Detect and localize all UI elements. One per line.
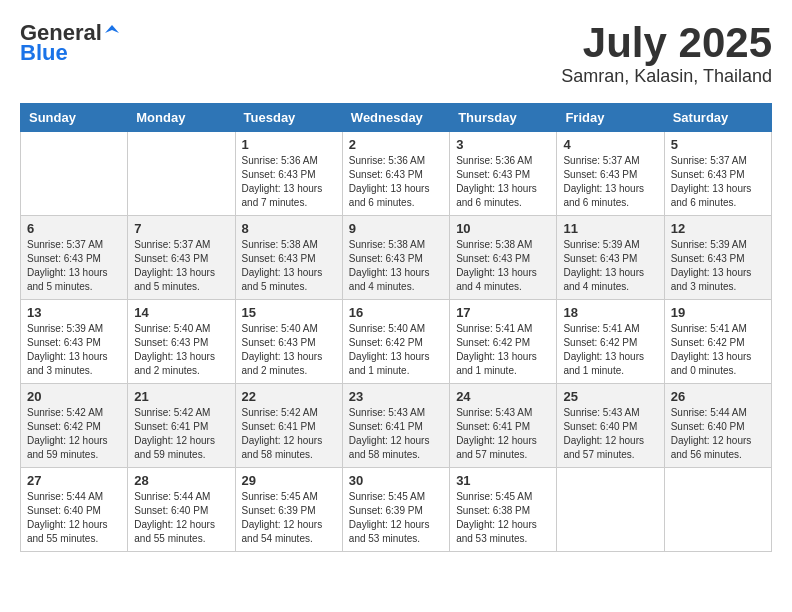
day-info: Sunrise: 5:40 AM Sunset: 6:42 PM Dayligh… — [349, 322, 443, 378]
calendar-cell: 1Sunrise: 5:36 AM Sunset: 6:43 PM Daylig… — [235, 132, 342, 216]
calendar-cell: 24Sunrise: 5:43 AM Sunset: 6:41 PM Dayli… — [450, 384, 557, 468]
calendar-cell: 20Sunrise: 5:42 AM Sunset: 6:42 PM Dayli… — [21, 384, 128, 468]
day-number: 1 — [242, 137, 336, 152]
day-info: Sunrise: 5:42 AM Sunset: 6:41 PM Dayligh… — [134, 406, 228, 462]
week-row-5: 27Sunrise: 5:44 AM Sunset: 6:40 PM Dayli… — [21, 468, 772, 552]
calendar-cell: 19Sunrise: 5:41 AM Sunset: 6:42 PM Dayli… — [664, 300, 771, 384]
day-info: Sunrise: 5:45 AM Sunset: 6:38 PM Dayligh… — [456, 490, 550, 546]
day-number: 20 — [27, 389, 121, 404]
day-number: 4 — [563, 137, 657, 152]
day-info: Sunrise: 5:43 AM Sunset: 6:40 PM Dayligh… — [563, 406, 657, 462]
title-section: July 2025 Samran, Kalasin, Thailand — [561, 20, 772, 87]
day-number: 22 — [242, 389, 336, 404]
header-friday: Friday — [557, 104, 664, 132]
day-info: Sunrise: 5:37 AM Sunset: 6:43 PM Dayligh… — [134, 238, 228, 294]
calendar-cell: 14Sunrise: 5:40 AM Sunset: 6:43 PM Dayli… — [128, 300, 235, 384]
week-row-2: 6Sunrise: 5:37 AM Sunset: 6:43 PM Daylig… — [21, 216, 772, 300]
day-number: 31 — [456, 473, 550, 488]
day-info: Sunrise: 5:41 AM Sunset: 6:42 PM Dayligh… — [456, 322, 550, 378]
day-number: 17 — [456, 305, 550, 320]
day-number: 10 — [456, 221, 550, 236]
calendar-header-row: SundayMondayTuesdayWednesdayThursdayFrid… — [21, 104, 772, 132]
calendar-cell: 8Sunrise: 5:38 AM Sunset: 6:43 PM Daylig… — [235, 216, 342, 300]
day-number: 30 — [349, 473, 443, 488]
header-tuesday: Tuesday — [235, 104, 342, 132]
week-row-3: 13Sunrise: 5:39 AM Sunset: 6:43 PM Dayli… — [21, 300, 772, 384]
calendar-cell: 11Sunrise: 5:39 AM Sunset: 6:43 PM Dayli… — [557, 216, 664, 300]
day-info: Sunrise: 5:36 AM Sunset: 6:43 PM Dayligh… — [242, 154, 336, 210]
calendar-cell: 12Sunrise: 5:39 AM Sunset: 6:43 PM Dayli… — [664, 216, 771, 300]
day-number: 28 — [134, 473, 228, 488]
calendar-cell: 31Sunrise: 5:45 AM Sunset: 6:38 PM Dayli… — [450, 468, 557, 552]
calendar-cell: 4Sunrise: 5:37 AM Sunset: 6:43 PM Daylig… — [557, 132, 664, 216]
day-number: 25 — [563, 389, 657, 404]
day-number: 29 — [242, 473, 336, 488]
day-number: 16 — [349, 305, 443, 320]
day-number: 6 — [27, 221, 121, 236]
calendar-cell: 22Sunrise: 5:42 AM Sunset: 6:41 PM Dayli… — [235, 384, 342, 468]
calendar-cell: 21Sunrise: 5:42 AM Sunset: 6:41 PM Dayli… — [128, 384, 235, 468]
day-number: 3 — [456, 137, 550, 152]
day-info: Sunrise: 5:42 AM Sunset: 6:41 PM Dayligh… — [242, 406, 336, 462]
day-number: 27 — [27, 473, 121, 488]
day-info: Sunrise: 5:39 AM Sunset: 6:43 PM Dayligh… — [671, 238, 765, 294]
calendar-cell: 3Sunrise: 5:36 AM Sunset: 6:43 PM Daylig… — [450, 132, 557, 216]
day-number: 15 — [242, 305, 336, 320]
day-number: 23 — [349, 389, 443, 404]
logo-bird-icon — [104, 23, 120, 39]
day-number: 21 — [134, 389, 228, 404]
day-number: 7 — [134, 221, 228, 236]
calendar-cell: 13Sunrise: 5:39 AM Sunset: 6:43 PM Dayli… — [21, 300, 128, 384]
header-wednesday: Wednesday — [342, 104, 449, 132]
logo: General Blue — [20, 20, 120, 66]
header-sunday: Sunday — [21, 104, 128, 132]
day-info: Sunrise: 5:44 AM Sunset: 6:40 PM Dayligh… — [671, 406, 765, 462]
calendar-cell — [21, 132, 128, 216]
calendar-cell: 9Sunrise: 5:38 AM Sunset: 6:43 PM Daylig… — [342, 216, 449, 300]
day-info: Sunrise: 5:38 AM Sunset: 6:43 PM Dayligh… — [456, 238, 550, 294]
day-number: 13 — [27, 305, 121, 320]
day-info: Sunrise: 5:36 AM Sunset: 6:43 PM Dayligh… — [349, 154, 443, 210]
day-info: Sunrise: 5:45 AM Sunset: 6:39 PM Dayligh… — [242, 490, 336, 546]
day-info: Sunrise: 5:38 AM Sunset: 6:43 PM Dayligh… — [242, 238, 336, 294]
day-number: 12 — [671, 221, 765, 236]
location-subtitle: Samran, Kalasin, Thailand — [561, 66, 772, 87]
day-info: Sunrise: 5:44 AM Sunset: 6:40 PM Dayligh… — [134, 490, 228, 546]
calendar-cell — [128, 132, 235, 216]
week-row-4: 20Sunrise: 5:42 AM Sunset: 6:42 PM Dayli… — [21, 384, 772, 468]
day-info: Sunrise: 5:39 AM Sunset: 6:43 PM Dayligh… — [563, 238, 657, 294]
calendar-cell: 27Sunrise: 5:44 AM Sunset: 6:40 PM Dayli… — [21, 468, 128, 552]
day-number: 11 — [563, 221, 657, 236]
month-title: July 2025 — [561, 20, 772, 66]
day-info: Sunrise: 5:42 AM Sunset: 6:42 PM Dayligh… — [27, 406, 121, 462]
header-saturday: Saturday — [664, 104, 771, 132]
calendar-cell: 25Sunrise: 5:43 AM Sunset: 6:40 PM Dayli… — [557, 384, 664, 468]
calendar-cell: 7Sunrise: 5:37 AM Sunset: 6:43 PM Daylig… — [128, 216, 235, 300]
calendar-cell: 30Sunrise: 5:45 AM Sunset: 6:39 PM Dayli… — [342, 468, 449, 552]
calendar-cell: 28Sunrise: 5:44 AM Sunset: 6:40 PM Dayli… — [128, 468, 235, 552]
day-info: Sunrise: 5:39 AM Sunset: 6:43 PM Dayligh… — [27, 322, 121, 378]
day-number: 24 — [456, 389, 550, 404]
day-info: Sunrise: 5:41 AM Sunset: 6:42 PM Dayligh… — [671, 322, 765, 378]
day-number: 8 — [242, 221, 336, 236]
header-monday: Monday — [128, 104, 235, 132]
day-info: Sunrise: 5:44 AM Sunset: 6:40 PM Dayligh… — [27, 490, 121, 546]
calendar-cell — [664, 468, 771, 552]
day-info: Sunrise: 5:41 AM Sunset: 6:42 PM Dayligh… — [563, 322, 657, 378]
day-number: 18 — [563, 305, 657, 320]
day-info: Sunrise: 5:43 AM Sunset: 6:41 PM Dayligh… — [456, 406, 550, 462]
day-number: 26 — [671, 389, 765, 404]
calendar-cell: 16Sunrise: 5:40 AM Sunset: 6:42 PM Dayli… — [342, 300, 449, 384]
header-thursday: Thursday — [450, 104, 557, 132]
calendar-cell: 29Sunrise: 5:45 AM Sunset: 6:39 PM Dayli… — [235, 468, 342, 552]
day-number: 9 — [349, 221, 443, 236]
day-info: Sunrise: 5:36 AM Sunset: 6:43 PM Dayligh… — [456, 154, 550, 210]
calendar-cell: 18Sunrise: 5:41 AM Sunset: 6:42 PM Dayli… — [557, 300, 664, 384]
calendar-cell — [557, 468, 664, 552]
day-info: Sunrise: 5:37 AM Sunset: 6:43 PM Dayligh… — [671, 154, 765, 210]
calendar-table: SundayMondayTuesdayWednesdayThursdayFrid… — [20, 103, 772, 552]
day-number: 5 — [671, 137, 765, 152]
day-info: Sunrise: 5:37 AM Sunset: 6:43 PM Dayligh… — [27, 238, 121, 294]
day-info: Sunrise: 5:45 AM Sunset: 6:39 PM Dayligh… — [349, 490, 443, 546]
calendar-cell: 10Sunrise: 5:38 AM Sunset: 6:43 PM Dayli… — [450, 216, 557, 300]
